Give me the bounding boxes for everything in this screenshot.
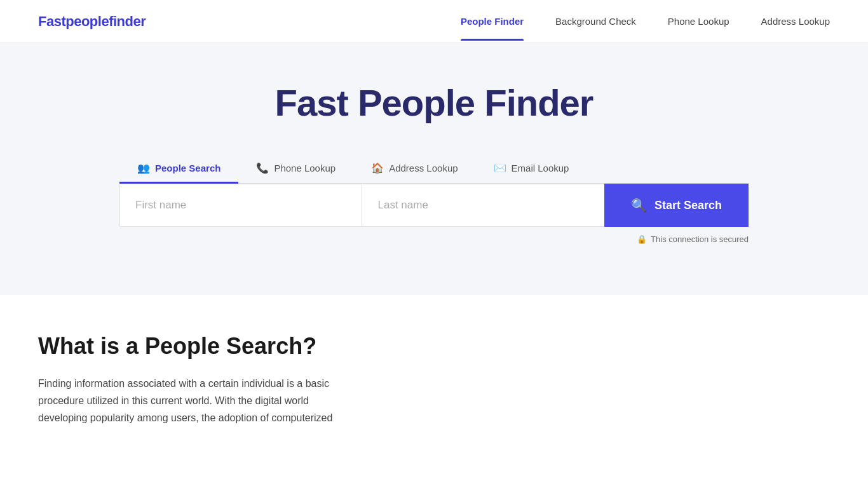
nav-item-phone-lookup[interactable]: Phone Lookup <box>668 2 729 41</box>
hero-title: Fast People Finder <box>275 81 593 124</box>
search-icon: 🔍 <box>631 198 647 213</box>
last-name-input[interactable] <box>362 184 604 227</box>
tab-address-lookup-label: Address Lookup <box>389 163 458 173</box>
content-section: What is a People Search? Finding informa… <box>0 295 868 465</box>
content-title: What is a People Search? <box>38 333 470 360</box>
search-form-wrapper: 👥 People Search 📞 Phone Lookup 🏠 Address… <box>119 154 749 244</box>
search-button-label: Start Search <box>654 199 722 212</box>
lock-icon: 🔒 <box>637 234 647 244</box>
tab-people-search-label: People Search <box>155 163 220 173</box>
tab-phone-lookup-label: Phone Lookup <box>274 163 336 173</box>
tab-people-search[interactable]: 👥 People Search <box>119 154 238 183</box>
nav-item-address-lookup[interactable]: Address Lookup <box>761 2 830 41</box>
nav-item-people-finder[interactable]: People Finder <box>461 2 524 41</box>
tab-email-lookup[interactable]: ✉️ Email Lookup <box>476 154 587 183</box>
main-nav: People Finder Background Check Phone Loo… <box>461 2 830 41</box>
tab-email-lookup-label: Email Lookup <box>512 163 569 173</box>
tab-phone-lookup[interactable]: 📞 Phone Lookup <box>238 154 353 183</box>
content-text: Finding information associated with a ce… <box>38 375 356 427</box>
email-icon: ✉️ <box>494 162 506 174</box>
search-form: 🔍 Start Search <box>119 184 749 227</box>
house-icon: 🏠 <box>371 162 384 174</box>
tab-address-lookup[interactable]: 🏠 Address Lookup <box>353 154 475 183</box>
site-logo[interactable]: Fastpeoplefinder <box>38 13 146 30</box>
hero-section: Fast People Finder 👥 People Search 📞 Pho… <box>0 43 868 295</box>
search-tabs: 👥 People Search 📞 Phone Lookup 🏠 Address… <box>119 154 749 184</box>
nav-item-background-check[interactable]: Background Check <box>555 2 636 41</box>
secure-text: This connection is secured <box>651 234 749 244</box>
secure-connection-note: 🔒 This connection is secured <box>119 234 749 244</box>
phone-icon: 📞 <box>256 162 269 174</box>
first-name-input[interactable] <box>119 184 362 227</box>
people-icon: 👥 <box>137 162 150 174</box>
start-search-button[interactable]: 🔍 Start Search <box>604 184 749 227</box>
site-header: Fastpeoplefinder People Finder Backgroun… <box>0 0 868 43</box>
